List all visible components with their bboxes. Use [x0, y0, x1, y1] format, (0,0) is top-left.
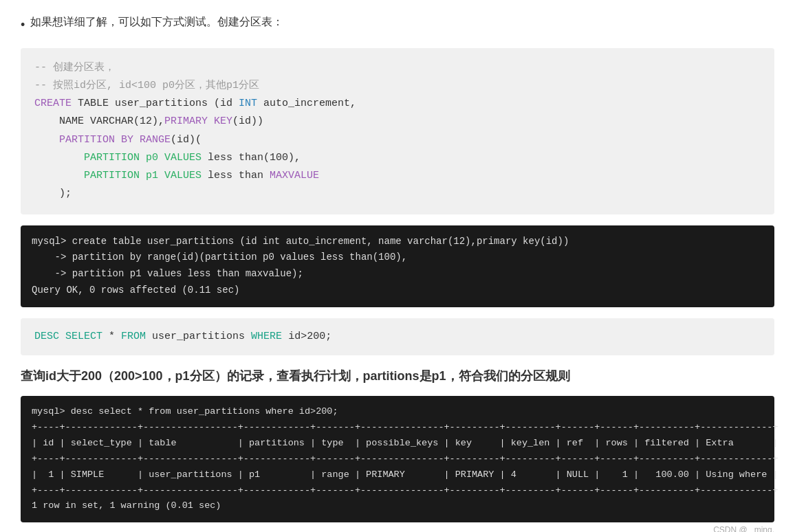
asterisk: * — [102, 331, 121, 342]
primary-key-paren: (id)) — [232, 115, 263, 127]
terminal2-colheader: | id | select_type | table | partitions … — [32, 438, 778, 448]
from-kw: FROM — [121, 331, 146, 342]
comment-line1: -- 创建分区表， — [34, 62, 115, 74]
where-kw: WHERE — [251, 331, 282, 342]
bullet-section: • 如果想详细了解，可以如下方式测试。创建分区表： — [21, 12, 774, 36]
space1 — [59, 331, 65, 342]
create-table-text: TABLE user_partitions (id — [72, 98, 239, 109]
primary-key-kw: PRIMARY KEY — [164, 115, 232, 127]
csdn-credit: CSDN @ _ming. — [21, 525, 774, 532]
terminal-block-1: mysql> create table user_partitions (id … — [21, 225, 774, 307]
desc-stmt-block: DESC SELECT * FROM user_partitions WHERE… — [21, 318, 774, 355]
less-than-text: less than — [202, 170, 270, 181]
terminal1-line1: mysql> create table user_partitions (id … — [32, 236, 569, 247]
result-heading: 查询id大于200（200>100，p1分区）的记录，查看执行计划，partit… — [21, 366, 774, 386]
terminal-block-2: mysql> desc select * from user_partition… — [21, 396, 774, 523]
partition-p1-kw: PARTITION p1 VALUES — [34, 170, 202, 181]
table-name: user_partitions — [146, 331, 251, 342]
partition-p0-kw: PARTITION p0 VALUES — [34, 152, 202, 164]
partition-range-paren: (id)( — [171, 134, 202, 146]
terminal2-header: mysql> desc select * from user_partition… — [32, 406, 338, 417]
terminal2-sep3: +----+-------------+-----------------+--… — [32, 485, 778, 496]
condition: id>200; — [282, 331, 331, 342]
bullet-dot: • — [21, 14, 25, 36]
terminal2-footer: 1 row in set, 1 warning (0.01 sec) — [32, 500, 221, 511]
partition-by-kw: PARTITION BY RANGE — [34, 134, 171, 146]
auto-increment-text: auto_increment, — [257, 98, 356, 109]
terminal2-sep1: +----+-------------+-----------------+--… — [32, 422, 778, 432]
bullet-text: 如果想详细了解，可以如下方式测试。创建分区表： — [30, 12, 283, 31]
desc-kw: DESC — [34, 331, 59, 342]
close-paren: ); — [34, 188, 72, 199]
bullet-item: • 如果想详细了解，可以如下方式测试。创建分区表： — [21, 12, 774, 36]
comment-line2: -- 按照id分区, id<100 p0分区，其他p1分区 — [34, 80, 259, 91]
select-kw: SELECT — [65, 331, 102, 342]
terminal1-line4: Query OK, 0 rows affected (0.11 sec) — [32, 285, 239, 296]
create-table-code-block: -- 创建分区表， -- 按照id分区, id<100 p0分区，其他p1分区 … — [21, 48, 774, 214]
terminal1-line3: -> partition p1 values less than maxvalu… — [32, 268, 303, 279]
terminal2-datarow: | 1 | SIMPLE | user_partitions | p1 | ra… — [32, 469, 778, 480]
create-keyword: CREATE — [34, 98, 72, 109]
int-keyword: INT — [239, 98, 257, 109]
terminal2-sep2: +----+-------------+-----------------+--… — [32, 454, 778, 464]
terminal1-line2: -> partition by range(id)(partition p0 v… — [32, 252, 407, 263]
maxvalue-kw: MAXVALUE — [270, 170, 319, 181]
less-than-100: less than(100), — [202, 152, 301, 164]
name-line: NAME VARCHAR(12), — [34, 115, 164, 127]
page-wrapper: • 如果想详细了解，可以如下方式测试。创建分区表： -- 创建分区表， -- 按… — [0, 0, 795, 532]
